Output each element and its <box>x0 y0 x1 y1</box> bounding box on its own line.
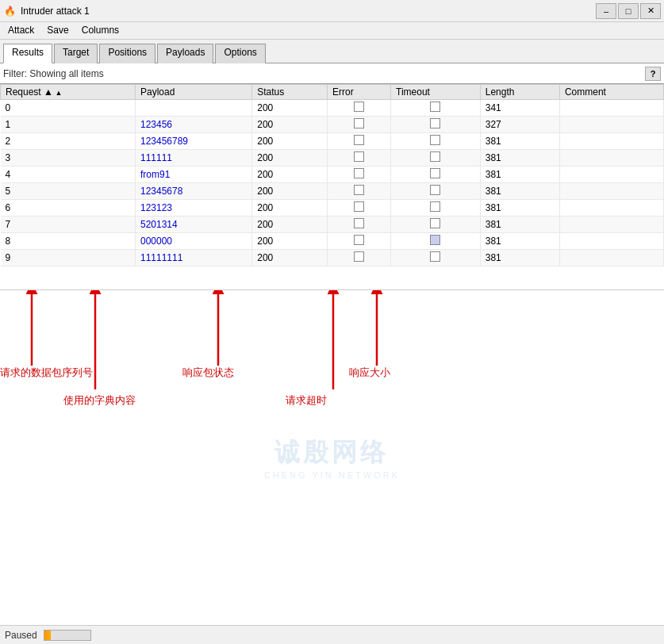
menu-item-attack[interactable]: Attack <box>3 24 39 37</box>
cell-status: 200 <box>252 250 328 266</box>
cell-payload[interactable] <box>135 100 251 117</box>
menubar: AttackSaveColumns <box>0 22 664 40</box>
cell-error <box>328 233 391 250</box>
cell-comment <box>559 217 663 233</box>
cell-error <box>328 250 391 266</box>
table-row[interactable]: 8000000200381 <box>1 233 664 250</box>
annotation-payload-dict: 使用的字典内容 <box>63 393 136 408</box>
cell-comment <box>559 167 663 183</box>
close-button[interactable]: ✕ <box>640 3 661 19</box>
cell-payload[interactable]: 123456789 <box>135 133 251 150</box>
status-progress-fill <box>44 631 52 640</box>
cell-comment <box>559 233 663 250</box>
results-table-container[interactable]: Request ▲ Payload Status Error Timeout L… <box>0 84 664 290</box>
tabbar: ResultsTargetPositionsPayloadsOptions <box>0 40 664 63</box>
cell-request: 7 <box>1 217 136 233</box>
cell-request: 6 <box>1 200 136 217</box>
cell-timeout <box>391 100 481 117</box>
titlebar: 🔥 Intruder attack 1 – □ ✕ <box>0 0 664 22</box>
cell-request: 3 <box>1 150 136 167</box>
minimize-button[interactable]: – <box>596 3 616 19</box>
annotation-request-seq: 请求的数据包序列号 <box>0 366 93 380</box>
cell-length: 381 <box>480 150 559 167</box>
cell-length: 381 <box>480 217 559 233</box>
cell-timeout <box>391 233 481 250</box>
col-status[interactable]: Status <box>252 85 328 100</box>
tab-results[interactable]: Results <box>3 44 52 63</box>
cell-request: 0 <box>1 100 136 117</box>
table-row[interactable]: 911111111200381 <box>1 250 664 266</box>
cell-timeout <box>391 117 481 133</box>
col-error[interactable]: Error <box>328 85 391 100</box>
cell-request: 8 <box>1 233 136 250</box>
table-row[interactable]: 0200341 <box>1 100 664 117</box>
col-comment[interactable]: Comment <box>559 85 663 100</box>
cell-length: 381 <box>480 200 559 217</box>
table-row[interactable]: 512345678200381 <box>1 183 664 200</box>
table-row[interactable]: 3111111200381 <box>1 150 664 167</box>
cell-payload[interactable]: 123123 <box>135 200 251 217</box>
filter-help-button[interactable]: ? <box>645 67 661 81</box>
tab-positions[interactable]: Positions <box>99 44 155 63</box>
col-timeout[interactable]: Timeout <box>391 85 481 100</box>
cell-length: 381 <box>480 250 559 266</box>
cell-status: 200 <box>252 183 328 200</box>
cell-status: 200 <box>252 117 328 133</box>
col-length[interactable]: Length <box>480 85 559 100</box>
watermark-text-main: 诚殷网络 <box>264 435 400 470</box>
col-payload[interactable]: Payload <box>135 85 251 100</box>
cell-payload[interactable]: 000000 <box>135 233 251 250</box>
annotation-area: 诚殷网络 CHENG YIN NETWORK <box>0 290 664 625</box>
cell-timeout <box>391 250 481 266</box>
cell-request: 1 <box>1 117 136 133</box>
results-table: Request ▲ Payload Status Error Timeout L… <box>0 84 664 266</box>
cell-error <box>328 117 391 133</box>
filterbar: Filter: Showing all items ? <box>0 63 664 84</box>
col-request[interactable]: Request ▲ <box>1 85 136 100</box>
cell-comment <box>559 150 663 167</box>
cell-status: 200 <box>252 150 328 167</box>
cell-error <box>328 100 391 117</box>
cell-comment <box>559 117 663 133</box>
annotation-response-size: 响应大小 <box>349 366 390 380</box>
arrow-timeout <box>317 290 349 393</box>
window-title: Intruder attack 1 <box>21 6 596 17</box>
cell-timeout <box>391 150 481 167</box>
cell-timeout <box>391 200 481 217</box>
statusbar: Paused <box>0 625 664 644</box>
cell-payload[interactable]: from91 <box>135 167 251 183</box>
status-progress-bar-container <box>44 630 91 641</box>
annotation-status-code: 响应包状态 <box>182 366 234 380</box>
watermark-text-sub: CHENG YIN NETWORK <box>264 470 400 480</box>
cell-timeout <box>391 217 481 233</box>
tab-options[interactable]: Options <box>215 44 265 63</box>
maximize-button[interactable]: □ <box>618 3 639 19</box>
cell-error <box>328 150 391 167</box>
cell-payload[interactable]: 111111 <box>135 150 251 167</box>
cell-error <box>328 217 391 233</box>
tab-target[interactable]: Target <box>54 44 98 63</box>
cell-status: 200 <box>252 133 328 150</box>
cell-status: 200 <box>252 200 328 217</box>
status-text: Paused <box>5 630 37 641</box>
menu-item-columns[interactable]: Columns <box>77 24 124 37</box>
cell-error <box>328 183 391 200</box>
app-icon: 🔥 <box>3 5 16 17</box>
table-row[interactable]: 1123456200327 <box>1 117 664 133</box>
cell-payload[interactable]: 5201314 <box>135 217 251 233</box>
cell-length: 327 <box>480 117 559 133</box>
cell-payload[interactable]: 123456 <box>135 117 251 133</box>
cell-payload[interactable]: 12345678 <box>135 183 251 200</box>
cell-payload[interactable]: 11111111 <box>135 250 251 266</box>
table-row[interactable]: 2123456789200381 <box>1 133 664 150</box>
tab-payloads[interactable]: Payloads <box>157 44 213 63</box>
table-row[interactable]: 6123123200381 <box>1 200 664 217</box>
cell-length: 381 <box>480 233 559 250</box>
table-row[interactable]: 75201314200381 <box>1 217 664 233</box>
table-row[interactable]: 4from91200381 <box>1 167 664 183</box>
cell-timeout <box>391 133 481 150</box>
menu-item-save[interactable]: Save <box>42 24 73 37</box>
arrow-status-code <box>202 290 234 370</box>
window-controls: – □ ✕ <box>596 3 661 19</box>
cell-length: 381 <box>480 133 559 150</box>
